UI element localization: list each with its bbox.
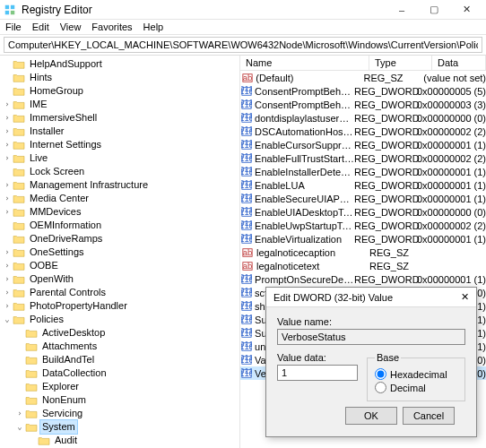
tree-item[interactable]: ›Parental Controls (2, 286, 239, 299)
folder-icon (25, 409, 38, 419)
folder-icon (25, 395, 38, 406)
menu-view[interactable]: View (60, 22, 82, 32)
address-input[interactable] (4, 37, 482, 53)
tree-item[interactable]: ›Media Center (2, 192, 239, 205)
tree-view[interactable]: HelpAndSupportHintsHomeGroup›IME›Immersi… (0, 56, 240, 448)
tree-item[interactable]: ›Live (2, 151, 239, 165)
expander-icon[interactable]: › (2, 138, 13, 151)
tree-item[interactable]: DataCollection (14, 366, 239, 380)
tree-item[interactable]: Explorer (14, 380, 239, 393)
menu-edit[interactable]: Edit (32, 22, 49, 32)
col-data[interactable]: Data (432, 56, 486, 70)
expander-icon[interactable]: ⌄ (2, 313, 13, 326)
value-row[interactable]: 011110ConsentPromptBehaviorUserREG_DWORD… (240, 98, 486, 111)
tree-item[interactable]: HelpAndSupport (2, 57, 239, 71)
svg-text:ab: ab (243, 261, 252, 271)
menu-favorites[interactable]: Favorites (91, 22, 132, 32)
menu-file[interactable]: File (5, 22, 22, 32)
tree-item[interactable]: ⌄SystemAudit›UIPI (14, 420, 239, 448)
tree-item[interactable]: ›Installer (2, 125, 239, 138)
tree-item[interactable]: NonEnum (14, 393, 239, 407)
value-row[interactable]: ab(Default)REG_SZ(value not set) (240, 71, 486, 84)
tree-item[interactable]: OneDriveRamps (2, 232, 239, 246)
value-row[interactable]: 011110EnableLUAREG_DWORD0x00000001 (1) (240, 178, 486, 192)
binary-value-icon: 011110 (240, 288, 253, 298)
tree-item[interactable]: ›Servicing (14, 407, 239, 420)
svg-rect-1 (11, 4, 14, 8)
expander-icon[interactable]: › (2, 98, 13, 111)
expander-icon[interactable]: › (2, 125, 13, 138)
expander-icon[interactable]: › (2, 259, 13, 272)
value-row[interactable]: 011110dontdisplaylastusernameREG_DWORD0x… (240, 111, 486, 125)
tree-item[interactable]: ⌄PoliciesActiveDesktopAttachmentsBuildAn… (2, 313, 239, 448)
tree-item[interactable]: ›MMDevices (2, 205, 239, 219)
radio-hex[interactable]: Hexadecimal (375, 368, 457, 380)
maximize-button[interactable]: ▢ (418, 0, 450, 20)
expander-icon[interactable]: ⌄ (14, 420, 25, 434)
tree-item-label: Explorer (39, 380, 82, 393)
value-row[interactable]: 011110EnableUIADesktopToggleREG_DWORD0x0… (240, 205, 486, 219)
folder-icon (25, 368, 38, 379)
value-row[interactable]: 011110EnableFullTrustStartupTasksREG_DWO… (240, 151, 486, 165)
value-name-input[interactable] (277, 329, 465, 345)
list-header: Name Type Data (240, 56, 486, 71)
tree-item[interactable]: ActiveDesktop (14, 326, 239, 340)
value-type: REG_DWORD (354, 194, 417, 204)
tree-item[interactable]: ›OpenWith (2, 272, 239, 286)
col-type[interactable]: Type (369, 56, 432, 70)
tree-item[interactable]: BuildAndTel (14, 353, 239, 366)
tree-item[interactable]: Attachments (14, 340, 239, 353)
tree-item[interactable]: OEMInformation (2, 219, 239, 232)
value-row[interactable]: 011110PromptOnSecureDesktopREG_DWORD0x00… (240, 272, 486, 286)
ok-button[interactable]: OK (345, 407, 397, 425)
value-row[interactable]: ablegalnoticetextREG_SZ (240, 259, 486, 272)
value-row[interactable]: 011110EnableVirtualizationREG_DWORD0x000… (240, 232, 486, 246)
expander-icon[interactable]: › (2, 192, 13, 205)
tree-item[interactable]: ›Internet Settings (2, 138, 239, 151)
dialog-title-bar[interactable]: Edit DWORD (32-bit) Value ✕ (266, 288, 476, 307)
value-row[interactable]: 011110ConsentPromptBehaviorAd...REG_DWOR… (240, 84, 486, 98)
folder-icon (13, 261, 25, 271)
tree-item-label: PhotoPropertyHandler (27, 299, 130, 313)
tree-item[interactable]: ›OneSettings (2, 246, 239, 259)
value-row[interactable]: 011110EnableInstallerDetectionREG_DWORD0… (240, 165, 486, 178)
expander-icon[interactable]: › (14, 407, 25, 420)
cancel-button[interactable]: Cancel (403, 407, 455, 425)
tree-item[interactable]: Lock Screen (2, 165, 239, 178)
dialog-close-button[interactable]: ✕ (461, 291, 469, 303)
expander-icon[interactable]: › (2, 178, 13, 192)
value-row[interactable]: 011110EnableSecureUIAPathsREG_DWORD0x000… (240, 192, 486, 205)
value-type: REG_DWORD (354, 113, 417, 124)
binary-value-icon: 011110 (240, 234, 253, 245)
expander-icon[interactable]: › (2, 151, 13, 165)
value-row[interactable]: 011110DSCAutomationHostEnabledREG_DWORD0… (240, 125, 486, 138)
tree-item[interactable]: HomeGroup (2, 84, 239, 98)
minimize-button[interactable]: – (386, 0, 418, 20)
expander-icon[interactable]: › (2, 299, 13, 313)
tree-item[interactable]: ›PhotoPropertyHandler (2, 299, 239, 313)
tree-item[interactable]: ›IME (2, 98, 239, 111)
value-row[interactable]: 011110EnableCursorSuppressionREG_DWORD0x… (240, 138, 486, 151)
tree-item[interactable]: ›OOBE (2, 259, 239, 272)
tree-item[interactable]: ›ImmersiveShell (2, 111, 239, 125)
radio-hex-input[interactable] (375, 368, 386, 380)
expander-icon[interactable]: › (2, 111, 13, 125)
value-type: REG_SZ (364, 73, 424, 83)
radio-dec-input[interactable] (375, 382, 386, 393)
expander-icon[interactable]: › (2, 205, 13, 219)
value-data-input[interactable] (277, 365, 358, 381)
col-name[interactable]: Name (240, 56, 369, 70)
close-button[interactable]: ✕ (450, 0, 482, 20)
menu-help[interactable]: Help (143, 22, 164, 32)
value-name: EnableLUA (253, 180, 354, 191)
tree-item[interactable]: Audit (27, 434, 239, 447)
expander-icon[interactable]: › (2, 272, 13, 286)
radio-dec[interactable]: Decimal (375, 382, 457, 393)
value-row[interactable]: ablegalnoticecaptionREG_SZ (240, 246, 486, 259)
tree-item[interactable]: ›Management Infrastructure (2, 178, 239, 192)
expander-icon[interactable]: › (2, 286, 13, 299)
expander-icon[interactable]: › (2, 246, 13, 259)
app-icon (4, 4, 16, 16)
value-row[interactable]: 011110EnableUwpStartupTasksREG_DWORD0x00… (240, 219, 486, 232)
tree-item[interactable]: Hints (2, 71, 239, 84)
